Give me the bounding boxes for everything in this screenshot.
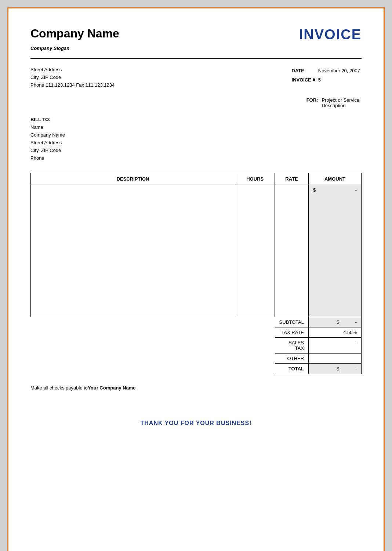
for-value-line1: Project or Service bbox=[322, 97, 359, 103]
rate-cell bbox=[275, 185, 309, 317]
table-body: $ - SUBTOTAL $ - TAX RATE 4.50% bbox=[31, 185, 362, 374]
header: Company Name INVOICE bbox=[30, 27, 362, 43]
date-row: DATE: November 20, 2007 bbox=[290, 66, 362, 75]
sales-tax-value: - bbox=[309, 338, 362, 354]
subtotal-symbol: $ bbox=[337, 319, 339, 325]
for-value: Project or Service Description bbox=[320, 97, 361, 109]
hours-header: HOURS bbox=[235, 173, 275, 185]
total-row: TOTAL $ - bbox=[31, 364, 362, 374]
street-address: Street Address bbox=[30, 66, 115, 74]
company-address: Street Address City, ZIP Code Phone 111.… bbox=[30, 66, 115, 89]
total-symbol: $ bbox=[337, 366, 339, 371]
footer-note: Make all checks payable toYour Company N… bbox=[30, 385, 362, 391]
tax-rate-spacer bbox=[31, 327, 275, 338]
description-header: DESCRIPTION bbox=[31, 173, 235, 185]
amount-cell: $ - bbox=[309, 185, 362, 317]
other-label: OTHER bbox=[275, 354, 309, 364]
for-value-line2: Description bbox=[322, 103, 359, 108]
sales-tax-label: SALES TAX bbox=[275, 338, 309, 354]
amount-cell-content: $ - bbox=[313, 187, 357, 193]
for-row: FOR: Project or Service Description bbox=[305, 97, 361, 109]
table-header: DESCRIPTION HOURS RATE AMOUNT bbox=[31, 173, 362, 185]
city-zip: City, ZIP Code bbox=[30, 74, 115, 81]
hours-cell bbox=[235, 185, 275, 317]
bill-to-city-zip: City, ZIP Code bbox=[30, 147, 362, 155]
total-label: TOTAL bbox=[275, 364, 309, 374]
amount-value: - bbox=[355, 187, 357, 193]
header-divider bbox=[30, 58, 362, 59]
phone-fax: Phone 111.123.1234 Fax 111.123.1234 bbox=[30, 81, 115, 89]
invoice-title: INVOICE bbox=[299, 27, 362, 43]
tax-rate-value: 4.50% bbox=[309, 327, 362, 338]
date-invoice-section: DATE: November 20, 2007 INVOICE # 5 bbox=[290, 66, 362, 89]
invoice-number-row: INVOICE # 5 bbox=[290, 75, 362, 84]
sales-tax-row: SALES TAX - bbox=[31, 338, 362, 354]
bill-to-phone: Phone bbox=[30, 155, 362, 162]
invoice-label: INVOICE # bbox=[290, 75, 317, 84]
bill-to-section: BILL TO: Name Company Name Street Addres… bbox=[30, 117, 362, 162]
bill-to-details: Name Company Name Street Address City, Z… bbox=[30, 124, 362, 162]
total-amount: - bbox=[355, 366, 357, 371]
other-spacer bbox=[31, 354, 275, 364]
date-invoice-table: DATE: November 20, 2007 INVOICE # 5 bbox=[290, 66, 362, 85]
subtotal-spacer-desc bbox=[31, 317, 275, 327]
invoice-table: DESCRIPTION HOURS RATE AMOUNT $ - bbox=[30, 173, 362, 374]
subtotal-amount: - bbox=[355, 319, 357, 325]
info-section: Street Address City, ZIP Code Phone 111.… bbox=[30, 66, 362, 89]
total-value: $ - bbox=[309, 364, 362, 374]
tax-rate-row: TAX RATE 4.50% bbox=[31, 327, 362, 338]
footer-note-bold: Your Company Name bbox=[88, 385, 136, 391]
other-row: OTHER bbox=[31, 354, 362, 364]
sales-tax-spacer bbox=[31, 338, 275, 354]
company-slogan: Company Slogan bbox=[30, 46, 362, 51]
rate-header: RATE bbox=[275, 173, 309, 185]
company-name: Company Name bbox=[30, 27, 119, 40]
for-section: FOR: Project or Service Description bbox=[30, 96, 362, 109]
thank-you-message: THANK YOU FOR YOUR BUSINESS! bbox=[30, 420, 362, 427]
bill-to-label: BILL TO: bbox=[30, 117, 362, 122]
amount-symbol: $ bbox=[313, 187, 316, 193]
date-value: November 20, 2007 bbox=[317, 66, 362, 75]
bill-to-company: Company Name bbox=[30, 131, 362, 139]
bill-to-street: Street Address bbox=[30, 139, 362, 147]
description-cell bbox=[31, 185, 235, 317]
subtotal-row: SUBTOTAL $ - bbox=[31, 317, 362, 327]
other-value bbox=[309, 354, 362, 364]
invoice-page: Company Name INVOICE Company Slogan Stre… bbox=[7, 7, 385, 551]
for-table: FOR: Project or Service Description bbox=[304, 96, 362, 109]
footer-note-text: Make all checks payable to bbox=[30, 385, 88, 391]
invoice-number: 5 bbox=[317, 75, 362, 84]
total-spacer bbox=[31, 364, 275, 374]
for-label: FOR: bbox=[305, 97, 320, 109]
amount-header: AMOUNT bbox=[309, 173, 362, 185]
subtotal-label: SUBTOTAL bbox=[275, 317, 309, 327]
main-data-row: $ - bbox=[31, 185, 362, 317]
header-row: DESCRIPTION HOURS RATE AMOUNT bbox=[31, 173, 362, 185]
subtotal-value: $ - bbox=[309, 317, 362, 327]
tax-rate-label: TAX RATE bbox=[275, 327, 309, 338]
date-label: DATE: bbox=[290, 66, 317, 75]
bill-to-name: Name bbox=[30, 124, 362, 131]
